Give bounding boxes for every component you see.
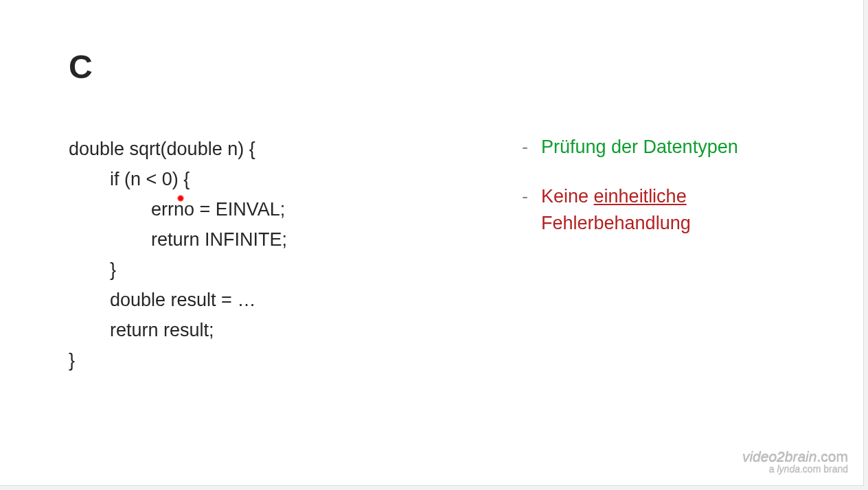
watermark: video2brain.com a lynda.com brand [742,448,848,474]
watermark-brand: video2brain.com [742,448,848,465]
bullet-item: - Keine einheitliche Fehlerbehandlung [522,183,795,236]
laser-pointer-icon [177,195,184,202]
slide: C double sqrt(double n) { if (n < 0) { e… [0,0,864,486]
bullet-dash-icon: - [522,134,541,160]
bullet-negative: Keine einheitliche Fehlerbehandlung [541,183,795,236]
code-block: double sqrt(double n) { if (n < 0) { err… [69,134,467,375]
bullet-list: - Prüfung der Datentypen - Keine einheit… [522,134,795,375]
bullet-dash-icon: - [522,183,541,236]
content-area: double sqrt(double n) { if (n < 0) { err… [69,134,795,375]
code-line-3: errno = EINVAL; [69,199,285,220]
code-line-6: double result = … [69,290,255,310]
watermark-subbrand: a lynda.com brand [742,463,848,474]
code-line-4: return INFINITE; [69,229,287,250]
code-line-2: if (n < 0) { [69,169,190,189]
bullet-item: - Prüfung der Datentypen [522,134,795,160]
code-line-1: double sqrt(double n) { [69,139,255,159]
bullet-positive: Prüfung der Datentypen [541,134,795,160]
code-line-5: } [69,259,116,280]
slide-title: C [69,48,795,86]
code-line-8: } [69,350,75,371]
code-line-7: return result; [69,320,214,340]
